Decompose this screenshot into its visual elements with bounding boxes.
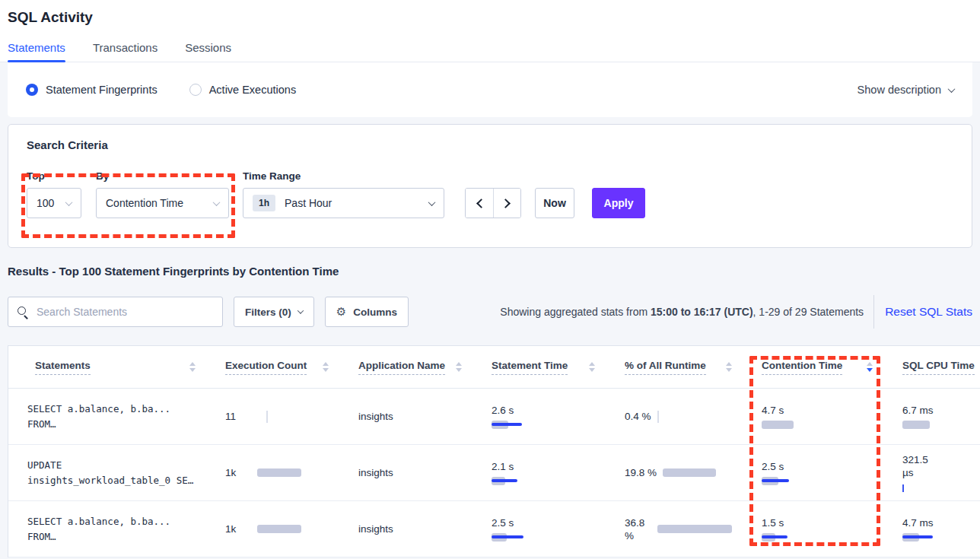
time-nav-group — [465, 188, 521, 218]
tab-sessions[interactable]: Sessions — [185, 41, 231, 62]
column-header-execution-count[interactable]: Execution Count — [206, 360, 339, 375]
table-header-row: Statements Execution Count Application N… — [8, 346, 980, 389]
search-criteria-heading: Search Criteria — [27, 138, 953, 154]
column-header-statements[interactable]: Statements — [8, 360, 206, 375]
statement-cell[interactable]: UPDATE insights_workload_table_0 SE… — [8, 458, 206, 488]
column-header-contention-time[interactable]: Contention Time — [743, 360, 883, 375]
application-name-cell: insights — [339, 522, 473, 535]
contention-time-bar — [762, 533, 788, 542]
statement-time-cell: 2.1 s — [473, 460, 606, 485]
sort-icon — [323, 362, 329, 372]
time-range-badge: 1h — [253, 195, 275, 211]
sql-activity-page: SQL Activity Statements Transactions Ses… — [0, 0, 980, 559]
table-row[interactable]: UPDATE insights_workload_table_0 SE… 1k … — [8, 445, 980, 501]
radio-active-executions[interactable]: Active Executions — [189, 84, 296, 96]
apply-button[interactable]: Apply — [592, 188, 645, 218]
pct-runtime-bar — [663, 468, 716, 477]
filters-button[interactable]: Filters (0) — [234, 297, 314, 327]
show-description-toggle[interactable]: Show description — [858, 84, 954, 96]
statement-time-cell: 2.6 s — [473, 404, 606, 429]
page-title: SQL Activity — [0, 9, 980, 26]
chevron-down-icon — [298, 307, 304, 313]
time-range-field: Time Range 1h Past Hour — [229, 170, 444, 218]
tab-statements[interactable]: Statements — [8, 41, 65, 62]
pct-runtime-bar — [657, 525, 732, 533]
sort-icon — [726, 362, 732, 372]
statements-table: Statements Execution Count Application N… — [8, 345, 980, 557]
pct-runtime-cell: 19.8 % — [606, 466, 743, 479]
results-toolbar: Filters (0) ⚙ Columns Showing aggregated… — [8, 297, 972, 327]
statement-cell[interactable]: SELECT a.balance, b.ba... FROM… — [8, 514, 206, 545]
pct-runtime-cell: 0.4 % — [606, 410, 743, 423]
columns-button[interactable]: ⚙ Columns — [325, 297, 409, 327]
statement-cell[interactable]: SELECT a.balance, b.ba... FROM… — [8, 402, 206, 432]
sql-cpu-time-cell: 321.5 µs — [883, 453, 980, 492]
sort-icon — [589, 362, 595, 372]
show-description-label: Show description — [858, 84, 941, 96]
toolbar-right: Showing aggregated stats from 15:00 to 1… — [500, 295, 972, 329]
search-criteria-form: Top 100 By Contention Time Time Range 1h… — [27, 170, 953, 218]
chevron-down-icon — [948, 85, 956, 93]
statement-time-bar — [492, 533, 523, 542]
statement-time-cell: 2.5 s — [473, 516, 606, 542]
radio-label: Active Executions — [209, 84, 296, 96]
next-range-button[interactable] — [493, 189, 520, 218]
contention-time-bar — [762, 421, 794, 429]
radio-label: Statement Fingerprints — [46, 84, 158, 96]
statement-time-bar — [492, 421, 522, 429]
by-field: By Contention Time — [81, 170, 229, 218]
chevron-down-icon — [65, 199, 73, 206]
sql-cpu-bar — [902, 533, 933, 542]
top-field: Top 100 — [27, 170, 81, 218]
tab-bar: Statements Transactions Sessions — [0, 41, 980, 62]
now-button[interactable]: Now — [535, 188, 574, 218]
radio-unselected-icon — [189, 84, 202, 96]
statement-time-bar — [492, 477, 517, 485]
by-label: By — [96, 170, 229, 183]
search-statements-input[interactable] — [37, 306, 213, 318]
tab-transactions[interactable]: Transactions — [93, 41, 158, 62]
reset-sql-stats-link[interactable]: Reset SQL Stats — [885, 305, 972, 319]
radio-statement-fingerprints[interactable]: Statement Fingerprints — [26, 84, 158, 96]
aggregated-stats-text: Showing aggregated stats from 15:00 to 1… — [500, 306, 864, 318]
application-name-cell: insights — [339, 466, 473, 479]
column-header-statement-time[interactable]: Statement Time — [473, 360, 606, 375]
column-header-application-name[interactable]: Application Name — [339, 360, 473, 375]
execution-count-cell: 1k — [206, 522, 339, 535]
column-header-sql-cpu-time[interactable]: SQL CPU Time — [883, 360, 980, 375]
table-row[interactable]: SELECT a.balance, b.ba... FROM… 11 insig… — [8, 389, 980, 445]
page-header: SQL Activity Statements Transactions Ses… — [0, 0, 980, 62]
sql-cpu-tick — [902, 484, 904, 492]
column-header-pct-runtime[interactable]: % of All Runtime — [606, 360, 743, 375]
gear-icon: ⚙ — [336, 306, 346, 318]
radio-selected-icon — [26, 84, 38, 96]
view-toggle-bar: Statement Fingerprints Active Executions… — [8, 62, 972, 117]
contention-time-cell: 4.7 s — [743, 404, 883, 429]
search-criteria-card: Search Criteria Top 100 By Contention Ti… — [8, 124, 972, 248]
time-range-value: Past Hour — [285, 197, 332, 209]
pct-runtime-bar — [657, 411, 659, 423]
by-select[interactable]: Contention Time — [96, 188, 229, 218]
chevron-right-icon — [501, 199, 511, 208]
execution-bar — [266, 411, 268, 423]
results-heading: Results - Top 100 Statement Fingerprints… — [8, 265, 972, 278]
execution-bar — [257, 468, 301, 477]
previous-range-button[interactable] — [466, 189, 493, 218]
sort-icon — [189, 362, 196, 372]
time-range-label: Time Range — [243, 170, 444, 183]
execution-bar — [257, 525, 301, 533]
top-select[interactable]: 100 — [27, 188, 81, 218]
columns-label: Columns — [353, 306, 397, 318]
contention-time-cell: 1.5 s — [743, 516, 883, 542]
execution-count-cell: 1k — [206, 466, 339, 479]
chevron-left-icon — [476, 199, 486, 208]
pct-runtime-cell: 36.8 % — [606, 516, 743, 542]
table-row[interactable]: SELECT a.balance, b.ba... FROM… 1k insig… — [8, 501, 980, 557]
chevron-down-icon — [428, 199, 436, 206]
vertical-divider — [873, 295, 874, 329]
application-name-cell: insights — [339, 410, 473, 423]
time-range-select[interactable]: 1h Past Hour — [243, 188, 444, 218]
sql-cpu-time-cell: 6.7 ms — [883, 404, 980, 429]
top-select-value: 100 — [37, 197, 54, 209]
by-select-value: Contention Time — [106, 197, 183, 209]
